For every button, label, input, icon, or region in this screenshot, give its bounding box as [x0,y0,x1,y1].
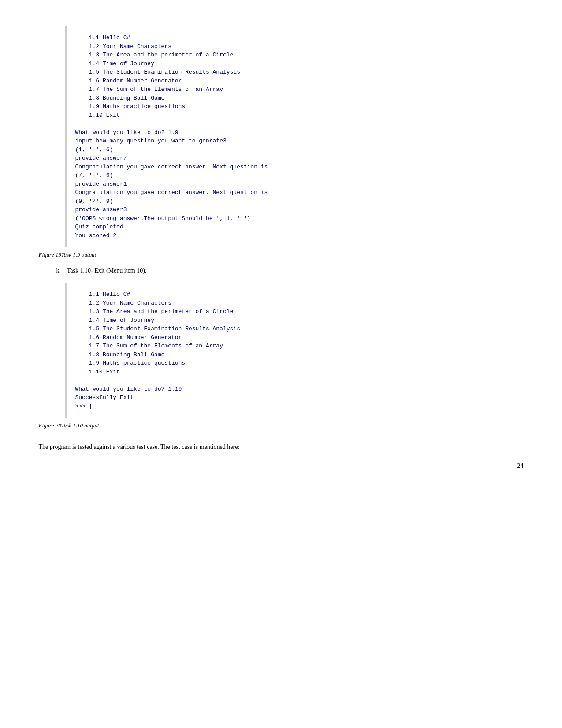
code-line: What would you like to do? 1.10 [75,386,182,392]
code-line: You scored 2 [75,232,117,239]
code-block-2: 1.1 Hello C# 1.2 Your Name Characters 1.… [65,283,524,418]
figure-1-caption: Figure 19Task 1.9 output [39,251,524,258]
code-line: Congratulation you gave correct answer. … [75,164,268,170]
code-line: 1.8 Bouncing Ball Game [75,351,165,358]
code-line: 1.8 Bouncing Ball Game [75,95,165,101]
code-line: (9, '/', 9) [75,198,113,205]
code-line: Quiz completed [75,224,123,230]
task-k-heading: k. Task 1.10- Exit (Menu item 10). [56,267,524,274]
code-line: 1.7 The Sum of the Elements of an Array [75,86,223,93]
task-k-label: k. [56,267,61,274]
code-line: 1.4 Time of Journey [75,60,154,67]
code-line: 1.7 The Sum of the Elements of an Array [75,343,223,349]
code-line: input how many question you want to genr… [75,138,227,144]
code-line: ('OOPS wrong answer.The output Should be… [75,215,251,222]
code-block-1: 1.1 Hello C# 1.2 Your Name Characters 1.… [65,26,524,247]
code-line: >>> | [75,403,93,410]
figure-2-caption: Figure 20Task 1.10 output [39,422,524,429]
code-line: 1.1 Hello C# [75,291,130,298]
code-line: 1.2 Your Name Characters [75,300,171,306]
code-line: 1.6 Random Number Generator [75,334,182,341]
code-line: Congratulation you gave correct answer. … [75,189,268,196]
code-line: provide answer1 [75,181,127,187]
code-line: 1.2 Your Name Characters [75,43,171,50]
code-line: (7, '-', 6) [75,172,113,179]
code-line: provide answer7 [75,155,127,161]
code-line: 1.3 The Area and the perimeter of a Circ… [75,308,234,315]
code-line: 1.5 The Student Examination Results Anal… [75,325,240,332]
code-line: 1.5 The Student Examination Results Anal… [75,69,240,75]
page-number: 24 [517,463,524,470]
code-line: 1.9 Maths practice questions [75,103,186,110]
body-paragraph: The program is tested against a various … [39,442,524,452]
code-line: 1.4 Time of Journey [75,317,154,324]
code-line: 1.9 Maths practice questions [75,360,186,366]
task-k-text: Task 1.10- Exit (Menu item 10). [67,267,147,274]
code-line: 1.1 Hello C# [75,34,130,41]
code-line: 1.10 Exit [75,112,120,119]
code-line: 1.6 Random Number Generator [75,78,182,84]
code-line: 1.3 The Area and the perimeter of a Circ… [75,52,234,58]
code-line: provide answer3 [75,206,127,213]
page-content: 1.1 Hello C# 1.2 Your Name Characters 1.… [39,26,524,452]
code-line: Successfully Exit [75,394,134,401]
code-line: (1, '+', 6) [75,146,113,153]
code-line: 1.10 Exit [75,369,120,375]
code-line: What would you like to do? 1.9 [75,129,179,136]
